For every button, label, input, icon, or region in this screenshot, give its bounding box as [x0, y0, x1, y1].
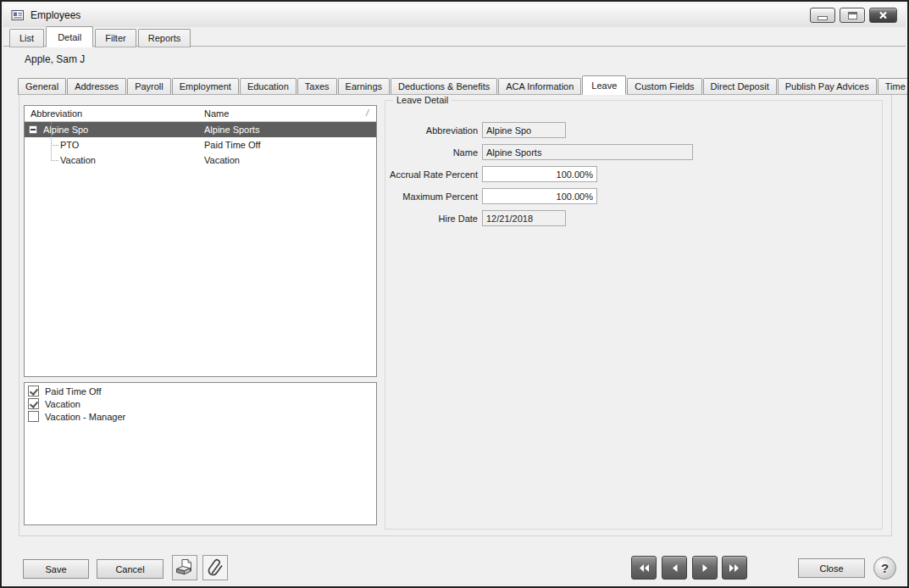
list-item[interactable]: Paid Time Off	[28, 385, 376, 397]
window-title: Employees	[30, 9, 80, 21]
field-row-accrual-rate-percent: Accrual Rate Percent 100.00%	[385, 166, 597, 182]
tab-list[interactable]: List	[9, 29, 44, 47]
last-record-icon	[729, 563, 740, 573]
tree-connector-line	[51, 145, 58, 146]
sort-indicator-icon: /	[366, 108, 369, 118]
paperclip-icon	[206, 557, 224, 579]
list-item[interactable]: Vacation	[28, 397, 376, 410]
maximum-percent-field[interactable]: 100.00%	[482, 188, 597, 204]
tab-filter[interactable]: Filter	[95, 29, 136, 47]
field-row-abbreviation: Abbreviation Alpine Spo	[385, 122, 566, 138]
attachment-button[interactable]	[202, 555, 228, 580]
leave-tree-grid[interactable]: Abbreviation Name / Alpine Spo Alpine Sp…	[24, 105, 377, 377]
employee-card-icon	[11, 8, 25, 22]
tree-row-alpine-sports[interactable]: Alpine Spo Alpine Sports	[25, 122, 376, 137]
tree-cell-name[interactable]: Paid Time Off	[204, 137, 260, 153]
save-button[interactable]: Save	[23, 559, 89, 579]
employees-window: Employees List Detail Filter Reports App…	[0, 0, 909, 588]
next-record-button[interactable]	[692, 556, 718, 580]
tab-time-clock[interactable]: Time Clock	[878, 78, 909, 95]
question-mark-icon: ?	[881, 561, 889, 575]
tree-cell-name[interactable]: Vacation	[204, 153, 240, 168]
titlebar[interactable]: Employees	[3, 3, 906, 27]
tab-employment[interactable]: Employment	[172, 78, 239, 95]
detail-tab-strip: General Addresses Payroll Employment Edu…	[18, 76, 909, 95]
close-button[interactable]: Close	[798, 558, 865, 578]
tab-payroll[interactable]: Payroll	[127, 78, 171, 95]
leave-types-checklist[interactable]: Paid Time Off Vacation Vacation - Manage…	[24, 382, 377, 525]
printer-icon	[175, 557, 195, 578]
tree-cell-abbreviation[interactable]: Vacation	[60, 153, 96, 168]
column-header-name[interactable]: Name	[204, 108, 229, 119]
tab-general[interactable]: General	[18, 78, 66, 95]
previous-record-icon	[671, 563, 679, 573]
tab-custom-fields[interactable]: Custom Fields	[627, 78, 701, 95]
first-record-icon	[638, 563, 650, 573]
tree-cell-abbreviation[interactable]: Alpine Spo	[43, 122, 88, 137]
tree-cell-name[interactable]: Alpine Sports	[204, 122, 259, 137]
field-label: Abbreviation	[385, 125, 482, 136]
tree-row-pto[interactable]: PTO Paid Time Off	[25, 137, 376, 153]
tab-deductions-benefits[interactable]: Deductions & Benefits	[391, 78, 497, 95]
accrual-rate-percent-field[interactable]: 100.00%	[482, 166, 597, 182]
previous-record-button[interactable]	[662, 556, 687, 580]
tab-aca-information[interactable]: ACA Information	[498, 78, 581, 95]
tab-education[interactable]: Education	[240, 78, 297, 95]
name-field: Alpine Sports	[482, 144, 693, 160]
tab-publish-pay-advices[interactable]: Publish Pay Advices	[778, 78, 877, 95]
tree-cell-abbreviation[interactable]: PTO	[60, 137, 79, 153]
next-record-icon	[701, 563, 709, 573]
tab-taxes[interactable]: Taxes	[297, 78, 337, 95]
tree-row-vacation[interactable]: Vacation Vacation	[25, 153, 376, 168]
checkbox-vacation[interactable]	[28, 398, 39, 409]
restore-button[interactable]	[840, 8, 865, 23]
checkbox-label: Vacation - Manager	[45, 412, 125, 422]
restore-icon	[848, 12, 857, 19]
tab-addresses[interactable]: Addresses	[67, 78, 126, 95]
employee-name: Apple, Sam J	[25, 53, 85, 65]
tab-direct-deposit[interactable]: Direct Deposit	[703, 78, 777, 95]
cancel-button[interactable]: Cancel	[97, 559, 164, 579]
field-label: Maximum Percent	[385, 191, 482, 202]
minimize-icon	[818, 16, 828, 20]
checkbox-label: Paid Time Off	[45, 386, 101, 397]
tree-connector-line	[51, 160, 58, 161]
hire-date-field: 12/21/2018	[482, 210, 566, 226]
leave-detail-groupbox: Leave Detail Abbreviation Alpine Spo Nam…	[385, 100, 883, 530]
list-item[interactable]: Vacation - Manager	[28, 410, 376, 423]
tree-grid-header[interactable]: Abbreviation Name /	[25, 106, 376, 122]
groupbox-title: Leave Detail	[393, 95, 452, 105]
checkbox-label: Vacation	[45, 399, 80, 409]
minimize-button[interactable]	[810, 8, 835, 23]
checkbox-paid-time-off[interactable]	[28, 386, 39, 397]
tree-connector-line	[51, 122, 52, 161]
checkbox-vacation-manager[interactable]	[28, 411, 39, 422]
field-label: Hire Date	[385, 214, 482, 224]
close-window-button[interactable]	[869, 8, 897, 23]
first-record-button[interactable]	[631, 556, 657, 580]
tab-earnings[interactable]: Earnings	[338, 78, 390, 95]
main-tab-strip: List Detail Filter Reports	[9, 27, 192, 47]
print-button[interactable]	[172, 555, 197, 580]
tab-leave[interactable]: Leave	[582, 75, 626, 95]
abbreviation-field: Alpine Spo	[482, 122, 566, 138]
last-record-button[interactable]	[722, 556, 747, 580]
close-icon	[879, 11, 888, 19]
field-label: Accrual Rate Percent	[385, 169, 482, 180]
help-button[interactable]: ?	[873, 557, 896, 580]
field-row-name: Name Alpine Sports	[385, 144, 693, 160]
field-row-hire-date: Hire Date 12/21/2018	[385, 210, 566, 226]
collapse-box-icon[interactable]	[29, 125, 37, 134]
field-row-maximum-percent: Maximum Percent 100.00%	[385, 188, 597, 204]
tab-reports[interactable]: Reports	[138, 29, 191, 47]
field-label: Name	[385, 147, 482, 158]
tab-detail[interactable]: Detail	[46, 26, 93, 47]
column-header-abbreviation[interactable]: Abbreviation	[30, 108, 82, 119]
